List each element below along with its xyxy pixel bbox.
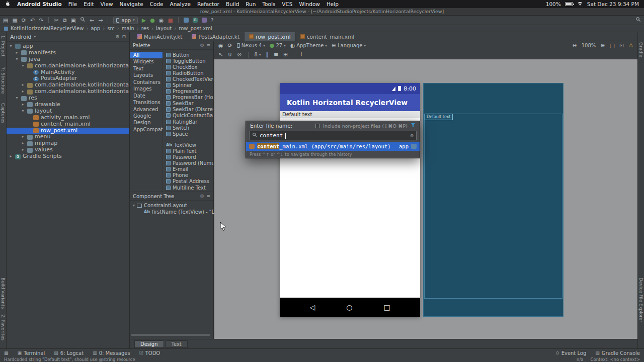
menu-navigate[interactable]: Navigate	[120, 1, 143, 7]
run-configuration-select[interactable]: app ▾	[113, 17, 137, 24]
menu-app-name[interactable]: Android Studio	[17, 1, 62, 7]
tab-postsadapter[interactable]: PostsAdapter.kt	[187, 32, 245, 41]
palette-category-appcompat[interactable]: AppCompat	[130, 126, 163, 133]
help-icon[interactable]: ?	[211, 18, 214, 23]
palette-category-design[interactable]: Design	[130, 119, 163, 126]
toolwindow-logcat[interactable]: ▤6: Logcat	[54, 350, 84, 356]
toolstrip-captures[interactable]: Captures	[1, 103, 6, 123]
palette-item-space[interactable]: Space	[164, 131, 213, 137]
wifi-icon[interactable]	[577, 1, 583, 7]
orientation-icon[interactable]: ⟳	[228, 43, 232, 48]
debug-icon[interactable]: ●	[150, 18, 155, 23]
menu-build[interactable]: Build	[226, 1, 239, 7]
menu-analyze[interactable]: Analyze	[170, 1, 191, 7]
palette-item-plaintext[interactable]: Plain Text	[164, 148, 213, 154]
tree-item-java[interactable]: ▾java	[7, 56, 129, 63]
breadcrumb-src[interactable]: src	[107, 26, 115, 31]
gear-icon[interactable]: ⚙	[115, 34, 119, 39]
palette-category-advanced[interactable]: Advanced	[130, 106, 163, 113]
pack-icon[interactable]: ⊞	[283, 52, 288, 57]
menubar-clock[interactable]: Sat Dec 23 9:34 PM	[587, 1, 639, 7]
toolstrip-project[interactable]: 1: Project	[1, 35, 6, 56]
view-options-icon[interactable]: ≡	[206, 194, 210, 199]
back-nav-icon[interactable]: ◁	[309, 303, 315, 311]
breadcrumb-layout[interactable]: layout	[156, 26, 172, 31]
home-nav-icon[interactable]: ○	[346, 303, 352, 311]
chevron-down-icon[interactable]: ▾	[21, 63, 25, 69]
tree-item-package-test[interactable]: ▸com.danielmalone.kotlinhorizontalrecycl…	[7, 88, 129, 95]
sync-icon[interactable]: ⟳	[22, 18, 26, 23]
redo-icon[interactable]: ↷	[39, 18, 43, 23]
clear-icon[interactable]: ⊗	[410, 132, 414, 139]
toolwindow-event-log[interactable]: ⊙Event Log	[555, 350, 586, 356]
chevron-down-icon[interactable]: ▾	[9, 43, 13, 50]
tree-item-gradle-scripts[interactable]: ▸GGradle Scripts	[7, 153, 129, 160]
zoom-out-icon[interactable]: ⊖	[572, 43, 577, 48]
palette-item-checkbox[interactable]: CheckBox	[164, 64, 213, 70]
paste-icon[interactable]: ▣	[71, 18, 76, 23]
tree-item-res[interactable]: ▾res	[7, 95, 129, 102]
palette-category-date[interactable]: Date	[130, 93, 163, 99]
component-constraintlayout[interactable]: ▾ ConstraintLayout	[133, 202, 213, 209]
save-all-icon[interactable]: ▦	[12, 18, 17, 23]
tab-row-post[interactable]: row_post.xml	[245, 32, 296, 41]
palette-item-ratingbar[interactable]: RatingBar	[164, 119, 213, 125]
profile-icon[interactable]: ◉	[159, 18, 164, 23]
toolstrip-build-variants[interactable]: Build Variants	[1, 278, 6, 309]
palette-item-button[interactable]: Button	[164, 52, 213, 58]
default-textview[interactable]: Default text	[280, 111, 420, 118]
chevron-right-icon[interactable]: ▸	[21, 88, 25, 95]
palette-item-progressbar-h[interactable]: ProgressBar (Hor	[164, 95, 213, 101]
project-view-selector[interactable]: Android ▾ ⚙ ⊟	[7, 32, 129, 42]
zoom-fit-icon[interactable]: ▢	[610, 43, 615, 48]
view-options-icon[interactable]: ≡	[206, 43, 210, 48]
palette-item-checkedtextview[interactable]: CheckedTextView	[164, 76, 213, 82]
palette-category-images[interactable]: Images	[130, 85, 163, 92]
blueprint-view[interactable]: Default text	[423, 83, 564, 317]
chevron-right-icon[interactable]: ▸	[15, 50, 19, 56]
menu-refactor[interactable]: Refactor	[197, 1, 219, 7]
tree-item-mipmap[interactable]: ▸mipmap	[7, 140, 129, 147]
default-margin-select[interactable]: 8 ▾	[255, 52, 261, 57]
file-name-input[interactable]: content ⊗	[249, 131, 417, 140]
toolwindow-todo[interactable]: ☑TODO	[139, 350, 160, 356]
palette-item-email[interactable]: E-mail	[164, 166, 213, 172]
tree-item-app[interactable]: ▾app	[7, 43, 129, 50]
forward-icon[interactable]: →	[98, 18, 103, 23]
palette-item-quickcontactbadge[interactable]: QuickContactBad	[164, 113, 213, 119]
palette-item-togglebutton[interactable]: ToggleButton	[164, 58, 213, 64]
palette-category-layouts[interactable]: Layouts	[130, 72, 163, 78]
open-project-icon[interactable]: ▤	[3, 18, 8, 23]
search-result-row[interactable]: content_main.xml (app/src/main/res/layou…	[246, 142, 420, 151]
cut-icon[interactable]: ✂	[54, 18, 58, 23]
toolwindow-terminal[interactable]: ▣Terminal	[18, 350, 45, 356]
search-everywhere-icon[interactable]	[635, 17, 641, 24]
toolstrip-device-file-explorer[interactable]: Device File Explorer	[638, 278, 643, 322]
warnings-icon[interactable]: ⚠	[628, 43, 633, 48]
chevron-right-icon[interactable]: ▸	[21, 102, 25, 108]
horizontal-scrollbar[interactable]	[131, 334, 210, 336]
toolstrip-structure[interactable]: 7: Structure	[1, 67, 6, 94]
run-icon[interactable]: ▶	[142, 18, 146, 23]
breadcrumb-res[interactable]: res	[141, 26, 149, 31]
toolstrip-gradle[interactable]: Gradle	[638, 42, 643, 57]
collapse-all-icon[interactable]: ⊟	[122, 34, 126, 39]
tree-item-layout[interactable]: ▾layout	[7, 108, 129, 115]
stop-icon[interactable]: ■	[168, 18, 173, 23]
palette-item-password-numeric[interactable]: Password (Numer	[164, 160, 213, 166]
palette-item-textview[interactable]: AbTextView	[164, 142, 213, 148]
blueprint-textview[interactable]: Default text	[425, 114, 453, 120]
chevron-down-icon[interactable]: ▾	[133, 202, 135, 209]
palette-item-seekbar-discrete[interactable]: SeekBar (Discrete	[164, 107, 213, 113]
palette-item-progressbar[interactable]: ProgressBar	[164, 88, 213, 95]
gradle-sync-icon[interactable]: G	[193, 18, 198, 23]
palette-category-text[interactable]: Text	[130, 65, 163, 72]
filter-icon[interactable]	[411, 123, 416, 129]
tab-content-main[interactable]: content_main.xml	[296, 32, 359, 41]
menu-vcs[interactable]: VCS	[282, 1, 292, 7]
breadcrumb-main[interactable]: main	[122, 26, 134, 31]
align-icon[interactable]: ≡	[274, 52, 278, 57]
menu-file[interactable]: File	[68, 1, 77, 7]
chevron-right-icon[interactable]: ▸	[21, 134, 25, 140]
menu-run[interactable]: Run	[246, 1, 256, 7]
